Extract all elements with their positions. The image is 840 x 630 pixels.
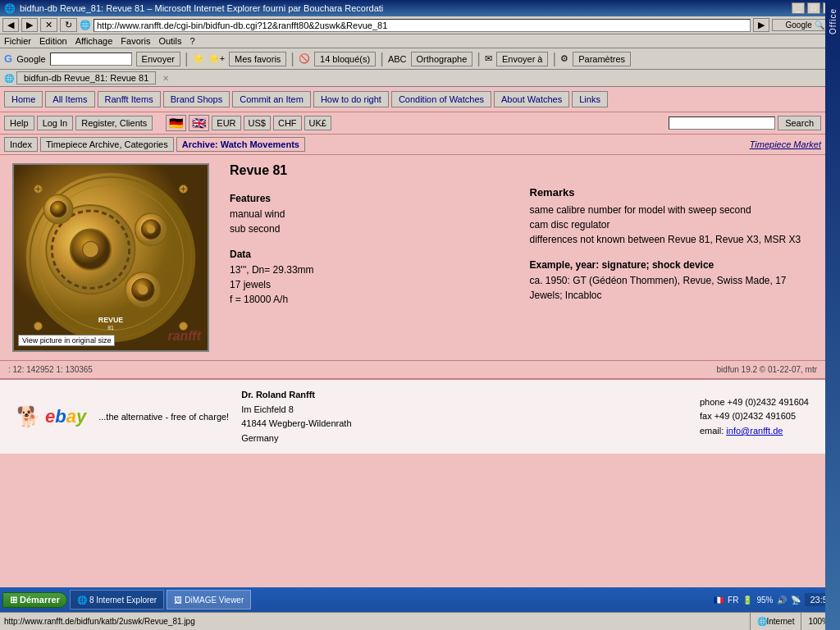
fax: fax +49 (0)2432 491605 [700, 409, 809, 424]
window-title: bidfun-db Revue_81: Revue 81 – Microsoft… [20, 3, 383, 13]
minimize-button[interactable]: _ [792, 2, 805, 14]
address-input[interactable] [94, 19, 751, 32]
dimage-icon: 🖼 [174, 596, 182, 603]
data-title: Data [230, 249, 514, 260]
breadcrumb-categories[interactable]: Timepiece Archive, Categories [40, 137, 174, 152]
spell-icon: ABC [388, 54, 407, 64]
nav-ranfft-items[interactable]: Ranfft Items [98, 91, 161, 107]
page-footer: 🐕 ebay ...the alternative - free of char… [0, 378, 825, 454]
send-icon: ✉ [485, 53, 492, 64]
locale-label: FR [728, 596, 738, 603]
back-button[interactable]: ◀ [2, 18, 19, 32]
search-box: Search [669, 116, 821, 130]
refresh-button[interactable]: ↻ [60, 18, 77, 32]
google-envoyer-button[interactable]: Envoyer [136, 52, 180, 66]
chf-button[interactable]: CHF [273, 116, 302, 130]
nav-commit-item[interactable]: Commit an Item [232, 91, 311, 107]
menu-outils[interactable]: Outils [158, 36, 181, 46]
remarks-title: Remarks [530, 186, 814, 199]
google-search-input[interactable] [50, 52, 132, 66]
help-button[interactable]: Help [4, 116, 34, 130]
title-bar: 🌐 bidfun-db Revue_81: Revue 81 – Microso… [0, 0, 840, 16]
address-bar: 🌐 ▶ [80, 18, 769, 32]
forward-button[interactable]: ▶ [21, 18, 38, 32]
start-button[interactable]: ⊞ Démarrer [2, 592, 67, 603]
google-toolbar: G Google Envoyer | ⭐ ⭐+ Mes favoris | 🚫 … [0, 48, 840, 70]
footer-tagline: ...the alternative - free of charge! [98, 412, 229, 422]
mes-favoris-button[interactable]: Mes favoris [229, 52, 286, 66]
left-column: Features manual wind sub second Data 13'… [230, 186, 514, 307]
nav-links[interactable]: Links [572, 91, 608, 107]
taskbar-dimage[interactable]: 🖼 DiMAGE Viewer [167, 590, 251, 602]
breadcrumb-movements[interactable]: Archive: Watch Movements [176, 137, 305, 152]
email-link[interactable]: info@ranfft.de [726, 426, 783, 436]
send-button[interactable]: Envoyer à [496, 52, 549, 66]
blocked-button[interactable]: 14 bloqué(s) [314, 52, 376, 66]
google-label: Google [16, 54, 45, 64]
login-button[interactable]: Log In [37, 116, 74, 130]
nav-home[interactable]: Home [4, 91, 43, 107]
german-flag[interactable]: 🇩🇪 [166, 115, 186, 131]
menu-bar: Fichier Edition Affichage Favoris Outils… [0, 34, 840, 48]
watch-image-container: REVUE 81 View picture in original size r… [12, 163, 213, 352]
country: Germany [241, 431, 351, 446]
address-line2: 41844 Wegberg-Wildenrath [241, 417, 351, 431]
email-label: email: [700, 426, 726, 436]
search-input[interactable] [669, 116, 775, 130]
uk-flag[interactable]: 🇬🇧 [189, 115, 209, 131]
article-content: Revue 81 Features manual wind sub second… [230, 163, 813, 352]
maximize-button[interactable]: □ [807, 2, 820, 14]
pet-icon: 🐕 [16, 405, 41, 428]
tabs-bar: 🌐 bidfun-db Revue_81: Revue 81 ✕ [0, 70, 840, 87]
view-original-button[interactable]: View picture in original size [18, 335, 115, 346]
menu-affichage[interactable]: Affichage [75, 36, 113, 46]
ie-icon: 🌐 [77, 596, 87, 603]
params-button[interactable]: Paramètres [573, 52, 631, 66]
secondary-nav: Help Log In Register, Clients 🇩🇪 🇬🇧 EUR … [0, 112, 825, 135]
taskbar: ⊞ Démarrer 🌐 8 Internet Explorer 🖼 DiMAG… [0, 587, 840, 602]
office-label: Office [829, 8, 838, 34]
menu-edition[interactable]: Edition [39, 36, 67, 46]
menu-favoris[interactable]: Favoris [121, 36, 150, 46]
nav-about[interactable]: About Watches [494, 91, 569, 107]
stop-button[interactable]: ✕ [40, 18, 57, 32]
footer-left: : 12: 142952 1: 130365 [8, 365, 93, 374]
address-label: 🌐 [80, 20, 91, 30]
svg-point-23 [34, 322, 43, 331]
register-button[interactable]: Register, Clients [75, 116, 153, 130]
nav-how-to[interactable]: How to do right [313, 91, 389, 107]
params-icon: ⚙ [560, 53, 568, 64]
breadcrumb-index[interactable]: Index [4, 137, 38, 152]
timepiece-market-link[interactable]: Timepiece Market [750, 139, 821, 149]
go-button[interactable]: ▶ [753, 18, 769, 32]
data-item-2: f = 18000 A/h [230, 292, 514, 307]
dimage-label: DiMAGE Viewer [185, 596, 244, 603]
footer-info: : 12: 142952 1: 130365 bidfun 19.2 © 01-… [0, 360, 825, 378]
gbp-button[interactable]: UK£ [304, 116, 331, 130]
taskbar-ie[interactable]: 🌐 8 Internet Explorer [70, 590, 164, 602]
browser-icon: 🌐 [4, 3, 16, 14]
remark-2: differences not known between Revue 81, … [530, 232, 814, 247]
svg-point-13 [138, 285, 148, 294]
nav-brand-shops[interactable]: Brand Shops [163, 91, 231, 107]
footer-logo-area: 🐕 ebay [16, 405, 86, 428]
phone: phone +49 (0)2432 491604 [700, 395, 809, 410]
watermark: ranfft [167, 329, 201, 344]
search-button[interactable]: Search [778, 116, 821, 130]
spell-button[interactable]: Orthographe [411, 52, 473, 66]
nav-condition[interactable]: Condition of Watches [391, 91, 491, 107]
nav-all-items[interactable]: All Items [45, 91, 94, 107]
footer-contact: phone +49 (0)2432 491604 fax +49 (0)2432… [700, 395, 809, 439]
eur-button[interactable]: EUR [212, 116, 240, 130]
browser-toolbar: ◀ ▶ ✕ ↻ 🌐 ▶ Google 🔍 [0, 16, 840, 34]
menu-fichier[interactable]: Fichier [4, 36, 31, 46]
browser-tab[interactable]: bidfun-db Revue_81: Revue 81 [16, 71, 156, 84]
breadcrumb-bar: Index Timepiece Archive, Categories Arch… [0, 135, 825, 155]
tab-close[interactable]: ✕ [162, 74, 169, 83]
ebay-logo: ebay [45, 406, 86, 427]
usd-button[interactable]: US$ [244, 116, 271, 130]
windows-icon: ⊞ [10, 595, 17, 603]
menu-help[interactable]: ? [190, 36, 195, 46]
footer-address: Dr. Roland Ranfft Im Eichfeld 8 41844 We… [241, 388, 351, 445]
tab-icon: 🌐 [4, 74, 14, 83]
